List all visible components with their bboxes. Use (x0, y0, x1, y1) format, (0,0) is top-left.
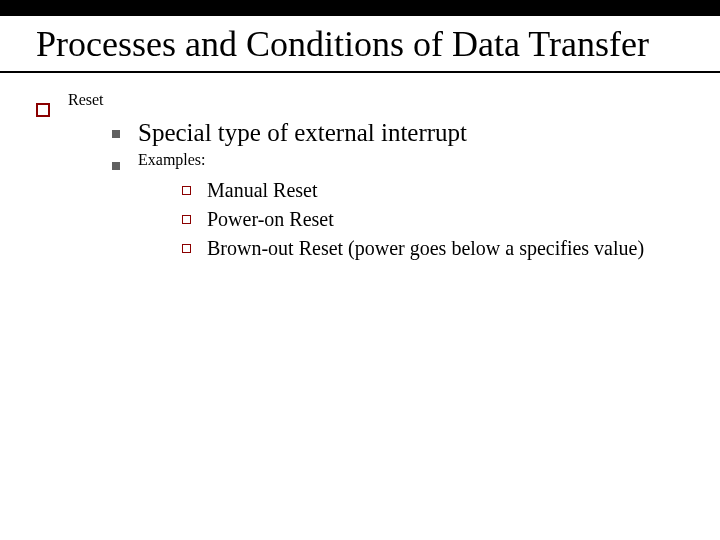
top-bar (0, 0, 720, 16)
item-label: Manual Reset (207, 179, 318, 202)
list-level-1: Reset Special type of external interrupt… (36, 91, 684, 270)
content: Reset Special type of external interrupt… (0, 91, 720, 270)
list-item: Special type of external interrupt (112, 119, 644, 147)
hollow-square-red-icon (36, 103, 50, 117)
list-item: Brown-out Reset (power goes below a spec… (182, 237, 644, 260)
list-item: Reset Special type of external interrupt… (36, 91, 684, 270)
item-label: Special type of external interrupt (138, 119, 467, 147)
title-wrap: Processes and Conditions of Data Transfe… (0, 16, 720, 73)
hollow-square-red-icon (182, 244, 191, 253)
item-label: Examples: (138, 151, 206, 168)
slide-title: Processes and Conditions of Data Transfe… (36, 24, 684, 65)
hollow-square-red-icon (182, 215, 191, 224)
list-level-2: Special type of external interrupt Examp… (112, 119, 644, 266)
list-level-3: Manual Reset Power-on Reset Brown-out Re… (182, 179, 644, 260)
item-label: Reset (68, 91, 104, 108)
list-item: Power-on Reset (182, 208, 644, 231)
item-label: Power-on Reset (207, 208, 334, 231)
hollow-square-red-icon (182, 186, 191, 195)
list-item: Examples: Manual Reset Power-on Reset (112, 151, 644, 266)
list-item: Manual Reset (182, 179, 644, 202)
slide: Processes and Conditions of Data Transfe… (0, 0, 720, 540)
filled-square-gray-icon (112, 162, 120, 170)
item-label: Brown-out Reset (power goes below a spec… (207, 237, 644, 260)
filled-square-gray-icon (112, 130, 120, 138)
